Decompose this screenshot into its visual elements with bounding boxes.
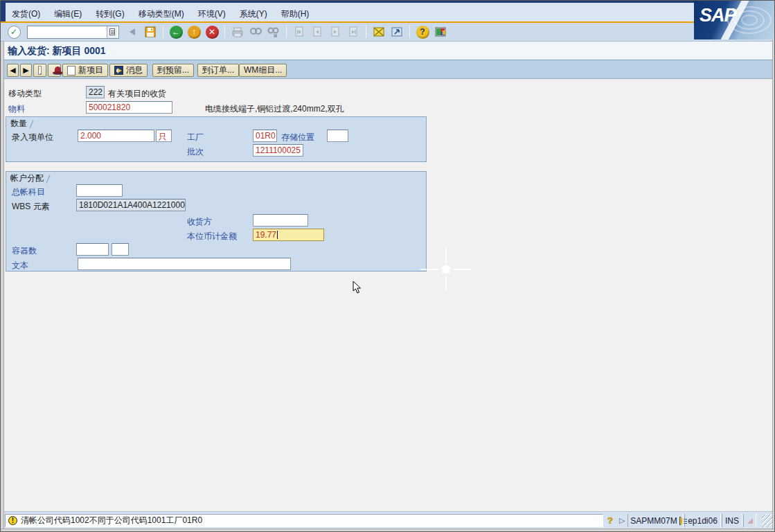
batch-label: 批次 <box>187 146 204 158</box>
messages-icon <box>114 66 123 75</box>
mouse-cursor <box>353 281 362 294</box>
containers-field[interactable] <box>76 243 109 256</box>
messages-label: 消息 <box>126 64 143 76</box>
next-item-button[interactable]: ▶ <box>20 64 32 77</box>
previous-icon: ◀ <box>10 66 15 75</box>
group-tab-slash <box>46 175 50 183</box>
unit-of-entry-label: 录入项单位 <box>12 132 53 143</box>
previous-item-button[interactable]: ◀ <box>7 64 19 77</box>
unit-of-entry-field[interactable]: 2.000 <box>78 130 154 142</box>
help-icon[interactable]: ? <box>415 24 430 39</box>
sap-logo: SAP <box>694 1 775 39</box>
window-left-edge <box>1 3 6 24</box>
create-shortcut-icon[interactable] <box>389 24 404 39</box>
to-reservation-button[interactable]: 到预留... <box>152 64 194 77</box>
menu-movement-type[interactable]: 移动类型(M) <box>139 8 184 20</box>
new-session-icon[interactable] <box>371 24 386 39</box>
sap-gui-window: 发货(O) 编辑(E) 转到(G) 移动类型(M) 环境(V) 系统(Y) 帮助… <box>0 0 775 532</box>
gl-account-field[interactable] <box>76 184 123 197</box>
new-item-button[interactable]: 新项目 <box>62 64 108 77</box>
status-host-panel[interactable]: ep1di06 <box>684 514 721 527</box>
standard-toolbar: ✓ ← ↑ ✕ <box>1 21 775 42</box>
quantity-groupbox: 数量 录入项单位 2.000 只 工厂 01R0 存储位置 批次 1211100… <box>6 116 427 162</box>
account-group-title: 帐户分配 <box>10 172 48 184</box>
enter-icon[interactable]: ✓ <box>6 24 21 39</box>
find-icon[interactable] <box>248 24 263 39</box>
status-bar: ! 清帐公司代码1002不同于公司代码1001工厂01R0 ? ▷ SAPMM0… <box>1 511 775 529</box>
command-history-icon[interactable] <box>107 26 117 38</box>
status-help-icon[interactable]: ? <box>607 515 613 526</box>
amount-lc-label: 本位币计金额 <box>187 231 237 242</box>
status-host: ep1di06 <box>688 516 718 526</box>
text-field[interactable] <box>78 258 291 270</box>
first-page-icon[interactable] <box>292 24 307 39</box>
menu-goods-issue[interactable]: 发货(O) <box>12 8 40 20</box>
menu-edit[interactable]: 编辑(E) <box>54 8 82 20</box>
warning-icon: ! <box>8 516 17 525</box>
quantity-group-title: 数量 <box>10 118 32 130</box>
material-field[interactable]: 500021820 <box>86 101 172 114</box>
last-page-icon[interactable] <box>346 24 361 39</box>
save-icon[interactable] <box>143 24 158 39</box>
amount-lc-field[interactable]: 19.77 <box>253 229 324 241</box>
next-icon: ▶ <box>23 66 28 75</box>
details-hat-icon <box>53 66 56 75</box>
status-insert-mode-panel[interactable]: INS <box>722 514 742 527</box>
plant-field[interactable]: 01R0 <box>253 130 277 142</box>
menu-goto[interactable]: 转到(G) <box>96 8 124 20</box>
form-area: 移动类型 222 有关项目的收货 物料 500021820 电缆接线端子,铜铝过… <box>4 79 772 511</box>
previous-page-icon[interactable] <box>310 24 325 39</box>
command-input[interactable] <box>28 27 107 37</box>
storage-location-field[interactable] <box>327 130 348 142</box>
cancel-icon[interactable]: ✕ <box>204 24 220 39</box>
window-right-frame <box>772 39 775 529</box>
collapse-icon[interactable] <box>125 24 140 39</box>
page-title: 输入发货: 新项目 0001 <box>8 45 106 57</box>
customize-layout-icon[interactable] <box>433 24 448 39</box>
status-message-box[interactable]: ! 清帐公司代码1002不同于公司代码1001工厂01R0 <box>5 514 603 527</box>
status-message: 清帐公司代码1002不同于公司代码1001工厂01R0 <box>21 515 202 526</box>
menu-environment[interactable]: 环境(V) <box>198 8 226 20</box>
plant-label: 工厂 <box>187 132 204 143</box>
movement-type-label: 移动类型 <box>8 88 42 100</box>
status-expand-icon[interactable]: ▷ <box>619 516 625 525</box>
text-caret <box>277 231 278 239</box>
storage-location-label: 存储位置 <box>281 132 314 143</box>
messages-button[interactable]: 消息 <box>109 64 148 77</box>
goods-recipient-label: 收货方 <box>187 216 212 228</box>
wbs-element-field[interactable]: 1810D021A1A400A1221000 <box>76 199 186 211</box>
status-program: SAPMM07M <box>630 516 677 526</box>
back-icon[interactable]: ← <box>168 24 184 39</box>
status-extra-panel <box>743 514 756 527</box>
wm-details-button[interactable]: WM细目... <box>239 64 287 77</box>
menu-help[interactable]: 帮助(H) <box>281 8 310 20</box>
material-description: 电缆接线端子,铜铝过渡,240mm2,双孔 <box>205 103 344 115</box>
movement-type-description: 有关项目的收货 <box>108 88 166 100</box>
new-item-label: 新项目 <box>78 64 103 76</box>
gl-account-label: 总帐科目 <box>12 186 45 198</box>
status-program-panel[interactable]: SAPMM07M <box>627 514 684 527</box>
application-toolbar: ◀ ▶ 新项目 消息 到预留... 到订单... WM细目... <box>1 60 775 79</box>
status-insert-mode: INS <box>725 516 739 526</box>
find-next-icon[interactable] <box>266 24 281 39</box>
item-details-button[interactable] <box>48 64 61 77</box>
menu-system[interactable]: 系统(Y) <box>240 8 267 20</box>
text-label: 文本 <box>12 260 28 272</box>
program-window-icon <box>679 517 681 525</box>
next-page-icon[interactable] <box>328 24 343 39</box>
group-tab-slash <box>29 120 33 128</box>
to-order-button[interactable]: 到订单... <box>197 64 239 77</box>
overview-icon <box>38 66 42 75</box>
containers-unit-field[interactable] <box>112 243 129 256</box>
goods-recipient-field[interactable] <box>253 214 308 227</box>
batch-field[interactable]: 1211100025 <box>253 144 303 157</box>
print-icon[interactable] <box>230 24 245 39</box>
status-extra-icon <box>747 517 753 524</box>
movement-type-field[interactable]: 222 <box>86 86 105 98</box>
item-overview-button[interactable] <box>33 64 46 77</box>
exit-icon[interactable]: ↑ <box>186 24 202 39</box>
unit-field[interactable]: 只 <box>156 130 172 142</box>
command-field[interactable] <box>27 26 119 39</box>
wbs-element-label: WBS 元素 <box>12 201 50 213</box>
to-reservation-label: 到预留... <box>157 64 189 76</box>
